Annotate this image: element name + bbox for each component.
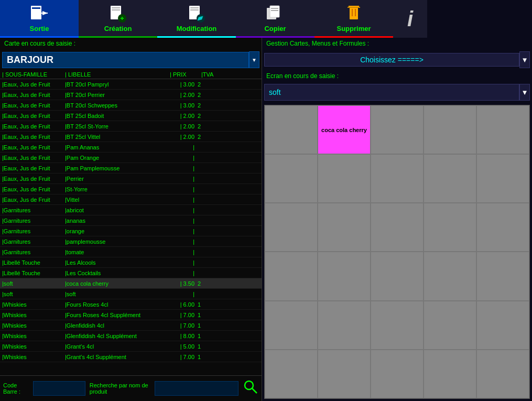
table-row[interactable]: |Eaux, Jus de Fruit |Pam Orange | [0,153,262,163]
grid-cell[interactable] [318,301,371,350]
supprimer-button[interactable]: Supprimer [314,0,393,38]
cell-tva: 1 [197,333,212,339]
table-row[interactable]: |Eaux, Jus de Fruit |Pam Ananas | [0,142,262,153]
left-panel: Carte en cours de saisie : ▼ | SOUS-FAMI… [0,38,262,401]
table-row[interactable]: |Whiskies |Grant's 4cl Supplément | 7.00… [0,352,262,362]
grid-cell[interactable] [265,301,318,350]
info-label: i [407,7,413,31]
creation-button[interactable]: Création [79,0,157,38]
cell-prix: | 3.50 [168,280,197,287]
table-row[interactable]: |Eaux, Jus de Fruit |BT 20cl Schweppes |… [0,100,262,111]
table-row[interactable]: |Eaux, Jus de Fruit |BT 25cl Badoit | 2.… [0,111,262,121]
grid-cell[interactable] [371,105,424,154]
gestion-dropdown-btn[interactable]: ▼ [519,51,530,68]
cell-tva: 2 [197,92,212,98]
cell-libelle: |BT 20cl Perrier [63,92,168,98]
table-row[interactable]: |Whiskies |Fours Roses 4cl Supplément | … [0,310,262,320]
grid-cell[interactable] [318,203,371,252]
cell-tva: 1 [197,343,212,350]
cell-tva: 2 [197,113,212,119]
recherche-input[interactable] [155,381,238,396]
info-button[interactable]: i [393,0,427,38]
ecran-input[interactable] [264,84,519,101]
cell-prix: | [168,218,197,224]
cell-libelle: |Glenfiddish 4cl Supplément [63,333,168,339]
grid-cell[interactable] [424,252,476,300]
code-barre-input[interactable] [33,381,85,396]
svg-rect-19 [352,9,353,16]
grid-cell[interactable] [265,154,318,203]
table-row[interactable]: |Whiskies |Grant's 4cl | 5.00 1 [0,341,262,352]
grid-cell[interactable] [424,203,476,252]
sortie-button[interactable]: Sortie [0,0,79,38]
grid-cell[interactable] [265,203,318,252]
table-row[interactable]: |Garnitures |abricot | [0,205,262,215]
grid-cell[interactable]: coca cola cherry [318,105,371,154]
table-row[interactable]: |Libellé Touche |Les Cocktails | [0,268,262,278]
table-row[interactable]: |Libellé Touche |Les Alcools | [0,257,262,268]
svg-rect-20 [355,9,356,16]
grid-cell[interactable] [476,203,529,252]
ecran-dropdown-btn[interactable]: ▼ [519,84,530,101]
grid-cell[interactable] [424,350,476,398]
table-row[interactable]: |Eaux, Jus de Fruit |BT 25cl Vittel | 2.… [0,132,262,142]
search-icon [243,379,258,395]
cell-sous-famille: |Eaux, Jus de Fruit [0,176,63,182]
grid-cell[interactable] [371,154,424,203]
grid-cell[interactable] [476,301,529,350]
table-row[interactable]: |Whiskies |Glenfiddish 4cl Supplément | … [0,331,262,341]
grid-cell[interactable] [371,252,424,300]
svg-rect-5 [112,7,120,8]
cell-sous-famille: |Garnitures [0,239,63,245]
col-tva-header: |TVA [199,71,220,78]
grid-cell[interactable] [476,105,529,154]
grid-cell[interactable] [318,252,371,300]
cell-prix: | [168,165,197,171]
grid-cell[interactable] [371,203,424,252]
table-row[interactable]: |Eaux, Jus de Fruit |BT 25cl St-Yorre | … [0,121,262,132]
grid-cell[interactable] [424,301,476,350]
grid-cell[interactable] [476,252,529,300]
cell-prix: | [168,176,197,182]
grid-cell[interactable] [476,154,529,203]
table-row[interactable]: |Garnitures |ananas | [0,215,262,226]
table-row[interactable]: |soft |soft | [0,289,262,299]
table-row[interactable]: |Whiskies |Fours Roses 4cl | 6.00 1 [0,299,262,310]
grid-cell[interactable] [371,350,424,398]
cell-libelle: |abricot [63,207,168,213]
table-row[interactable]: |soft |coca cola cherry | 3.50 2 [0,278,262,289]
cell-prix: | 2.00 [168,113,197,119]
table-row[interactable]: |Garnitures |pamplemousse | [0,236,262,247]
carte-dropdown-btn[interactable]: ▼ [249,51,259,68]
search-row: Code Barre : Recherche par nom de produi… [3,379,258,398]
table-row[interactable]: |Garnitures |orange | [0,226,262,236]
grid-cell[interactable] [371,301,424,350]
cell-libelle: |BT 20cl Pampryl [63,81,168,88]
cell-sous-famille: |Whiskies [0,301,63,308]
grid-cell[interactable] [265,252,318,300]
table-row[interactable]: |Eaux, Jus de Fruit |Pam Pamplemousse | [0,163,262,174]
copier-button[interactable]: Copier [236,0,314,38]
carte-input[interactable] [2,52,249,68]
grid-cell[interactable] [424,154,476,203]
table-row[interactable]: |Eaux, Jus de Fruit |BT 20cl Pampryl | 3… [0,79,262,90]
modification-button[interactable]: Modification [157,0,236,38]
svg-rect-6 [112,9,120,10]
table-row[interactable]: |Eaux, Jus de Fruit |BT 20cl Perrier | 2… [0,90,262,100]
table-row[interactable]: |Eaux, Jus de Fruit |Vittel | [0,194,262,205]
gestion-input[interactable] [264,53,519,67]
grid-cell[interactable] [265,350,318,398]
search-button[interactable] [243,379,258,398]
cell-prix: | 2.00 [168,92,197,98]
grid-cell[interactable] [424,105,476,154]
table-row[interactable]: |Eaux, Jus de Fruit |Perrier | [0,174,262,184]
grid-cell[interactable] [318,154,371,203]
gestion-row: ▼ [262,49,532,70]
grid-cell[interactable] [318,350,371,398]
table-row[interactable]: |Garnitures |tomate | [0,247,262,257]
grid-cell[interactable] [476,350,529,398]
modification-label: Modification [177,25,217,32]
table-row[interactable]: |Eaux, Jus de Fruit |St-Yorre | [0,184,262,194]
grid-cell[interactable] [265,105,318,154]
table-row[interactable]: |Whiskies |Glenfiddish 4cl | 7.00 1 [0,320,262,331]
